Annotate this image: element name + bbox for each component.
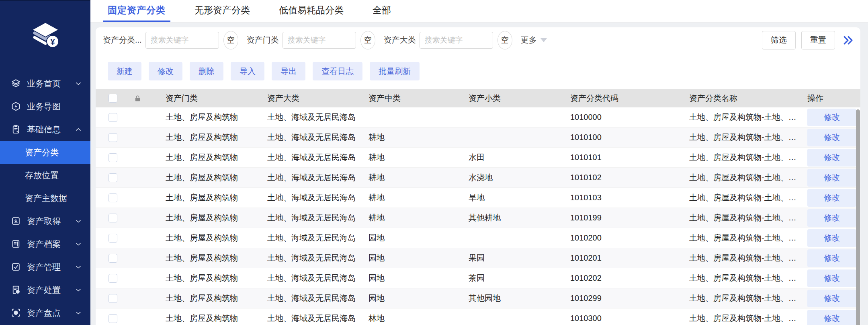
cell-action: 修改 [807, 229, 860, 247]
toolbar-button-修改[interactable]: 修改 [149, 62, 182, 80]
cell-middle: 园地 [368, 232, 469, 243]
table-row: 土地、房屋及构筑物土地、海域及无居民海岛园地果园1010201土地、房屋及构筑物… [96, 248, 860, 268]
row-checkbox[interactable] [108, 294, 117, 303]
cell-code: 1010199 [570, 213, 689, 222]
empty-tag-button[interactable]: 空 [360, 31, 375, 49]
tab-固定资产分类[interactable]: 固定资产分类 [103, 0, 170, 22]
filter-actions: 筛选 重置 [756, 31, 854, 49]
toolbar-button-导出[interactable]: 导出 [272, 62, 305, 80]
modify-button[interactable]: 修改 [807, 249, 856, 267]
sidebar-subitem-存放位置[interactable]: 存放位置 [0, 164, 90, 187]
cell-category: 土地、房屋及构筑物 [166, 253, 267, 263]
modify-button[interactable]: 修改 [807, 129, 856, 146]
cell-name: 土地、房屋及构筑物-土地、海... [689, 212, 807, 223]
cell-code: 1010299 [570, 294, 689, 303]
row-checkbox[interactable] [108, 314, 117, 323]
toolbar-button-新建[interactable]: 新建 [108, 62, 141, 80]
sidebar-item-业务导图[interactable]: 业务导图 [0, 95, 90, 118]
cell-category: 土地、房屋及构筑物 [166, 112, 267, 123]
modify-button[interactable]: 修改 [807, 189, 856, 207]
double-chevron-right-icon[interactable] [842, 34, 854, 46]
cell-action: 修改 [807, 149, 860, 167]
empty-tag-button[interactable]: 空 [497, 31, 512, 49]
modify-button[interactable]: 修改 [807, 229, 856, 247]
cell-action: 修改 [807, 249, 860, 267]
sidebar-subitem-资产分类[interactable]: 资产分类 [0, 141, 90, 164]
row-checkbox[interactable] [108, 234, 117, 243]
tab-bar: 固定资产分类无形资产分类低值易耗品分类全部 [90, 0, 868, 23]
toolbar-button-删除[interactable]: 删除 [190, 62, 223, 80]
column-header-资产中类: 资产中类 [368, 93, 469, 104]
toolbar-button-导入[interactable]: 导入 [231, 62, 264, 80]
cell-major: 土地、海域及无居民海岛 [267, 293, 368, 304]
cell-major: 土地、海域及无居民海岛 [267, 232, 368, 243]
sidebar-item-资产盘点[interactable]: $资产盘点 [0, 301, 90, 324]
row-checkbox[interactable] [108, 153, 117, 162]
column-header-资产门类: 资产门类 [166, 93, 267, 104]
cell-name: 土地、房屋及构筑物-土地、海... [689, 132, 807, 143]
row-checkbox[interactable] [108, 113, 117, 122]
filter-button[interactable]: 筛选 [762, 31, 796, 49]
sidebar-item-资产档案[interactable]: 资产档案 [0, 232, 90, 255]
more-filters-button[interactable]: 更多 [521, 35, 547, 45]
cell-category: 土地、房屋及构筑物 [166, 212, 267, 223]
row-checkbox[interactable] [108, 193, 117, 202]
filter-label: 资产门类 [247, 35, 279, 45]
sidebar-item-资产取得[interactable]: 资产取得 [0, 210, 90, 232]
modify-button[interactable]: 修改 [807, 149, 856, 167]
sidebar-subitem-资产主数据[interactable]: 资产主数据 [0, 187, 90, 210]
cell-code: 1010201 [570, 253, 689, 263]
row-checkbox[interactable] [108, 274, 117, 283]
row-checkbox[interactable] [108, 133, 117, 142]
sidebar-item-label: 业务首页 [27, 78, 74, 89]
tab-低值易耗品分类[interactable]: 低值易耗品分类 [274, 0, 348, 22]
row-checkbox[interactable] [108, 214, 117, 222]
table-row: 土地、房屋及构筑物土地、海域及无居民海岛林地1010300土地、房屋及构筑物-土… [96, 309, 860, 325]
tab-全部[interactable]: 全部 [368, 0, 396, 22]
manage-icon [11, 262, 21, 272]
toolbar-button-批量刷新[interactable]: 批量刷新 [370, 62, 420, 80]
modify-button[interactable]: 修改 [807, 310, 856, 325]
table-row: 土地、房屋及构筑物土地、海域及无居民海岛耕地水田1010101土地、房屋及构筑物… [96, 148, 860, 168]
cell-code: 1010101 [570, 153, 689, 162]
caret-down-icon [540, 38, 547, 42]
sidebar-item-label: 资产取得 [27, 216, 74, 227]
select-all-checkbox[interactable] [108, 94, 117, 103]
cell-category: 土地、房屋及构筑物 [166, 273, 267, 284]
toolbar-button-查看日志[interactable]: 查看日志 [313, 62, 362, 80]
cell-category: 土地、房屋及构筑物 [166, 132, 267, 143]
guide-map-icon [11, 101, 21, 111]
cell-action: 修改 [807, 209, 860, 227]
filter-input-2[interactable] [420, 32, 493, 49]
cell-middle: 耕地 [368, 192, 469, 203]
cell-category: 土地、房屋及构筑物 [166, 313, 267, 324]
modify-button[interactable]: 修改 [807, 290, 856, 307]
cell-minor: 果园 [469, 253, 570, 263]
filter-input-1[interactable] [283, 32, 356, 49]
cell-name: 土地、房屋及构筑物-土地、海... [689, 172, 807, 183]
sidebar-item-资产处置[interactable]: ¥资产处置 [0, 278, 90, 301]
sidebar-item-资产管理[interactable]: 资产管理 [0, 255, 90, 278]
column-header-资产分类代码: 资产分类代码 [570, 93, 689, 104]
cell-action: 修改 [807, 129, 860, 146]
sidebar-item-基础信息[interactable]: 基础信息 [0, 118, 90, 141]
row-checkbox[interactable] [108, 173, 117, 182]
row-checkbox[interactable] [108, 254, 117, 263]
cell-category: 土地、房屋及构筑物 [166, 172, 267, 183]
svg-text:$: $ [15, 311, 17, 315]
table-row: 土地、房屋及构筑物土地、海域及无居民海岛耕地旱地1010103土地、房屋及构筑物… [96, 188, 860, 208]
table-row: 土地、房屋及构筑物土地、海域及无居民海岛耕地其他耕地1010199土地、房屋及构… [96, 208, 860, 228]
modify-button[interactable]: 修改 [807, 269, 856, 287]
filter-input-0[interactable] [145, 32, 219, 49]
empty-tag-button[interactable]: 空 [223, 31, 238, 49]
sidebar-item-业务首页[interactable]: 业务首页 [0, 72, 90, 95]
chevron-down-icon [74, 286, 82, 294]
modify-button[interactable]: 修改 [807, 109, 856, 126]
cell-major: 土地、海域及无居民海岛 [267, 273, 368, 284]
reset-button[interactable]: 重置 [801, 31, 835, 49]
cell-major: 土地、海域及无居民海岛 [267, 253, 368, 263]
modify-button[interactable]: 修改 [807, 169, 856, 187]
vertical-scrollbar[interactable] [856, 109, 860, 325]
tab-无形资产分类[interactable]: 无形资产分类 [190, 0, 255, 22]
modify-button[interactable]: 修改 [807, 209, 856, 227]
